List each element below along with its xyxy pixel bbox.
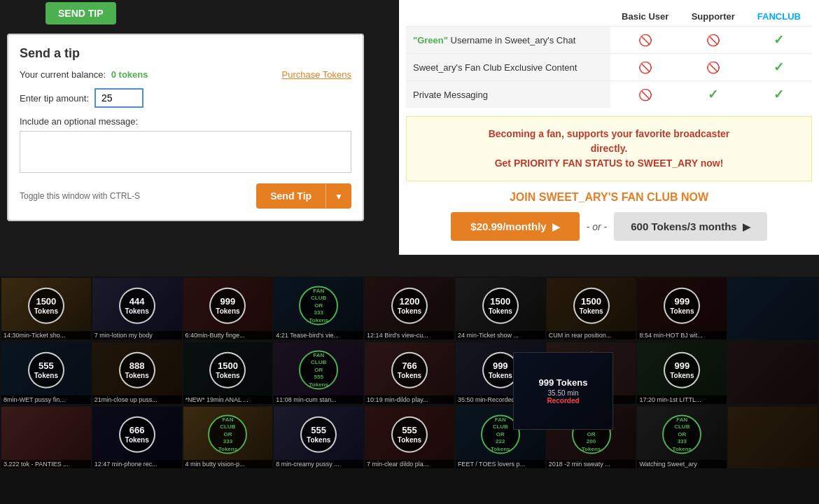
video-item[interactable]: 1500Tokens 14:30min-Ticket sho...: [1, 278, 91, 340]
video-caption: 2018 -2 min sweaty ...: [547, 460, 636, 468]
balance-label: Your current balance:: [20, 69, 106, 80]
purchase-tokens-link[interactable]: Purchase Tokens: [282, 69, 352, 80]
video-item[interactable]: 1500Tokens 24 min-Ticket show ...: [456, 278, 545, 340]
tokens-label: 600 Tokens/3 months: [631, 220, 736, 232]
supporter-check: 🚫: [680, 27, 746, 54]
tip-modal-title: Send a tip: [20, 46, 351, 61]
video-item[interactable]: 999Tokens 6:40min-Butty finge...: [183, 278, 273, 340]
supporter-check: ✓: [680, 81, 746, 108]
col-basic-user: Basic User: [610, 7, 680, 27]
video-item[interactable]: 666Tokens 12:47 min-phone rec...: [92, 407, 182, 468]
video-caption: 3.222 tok - PANTIES ...: [1, 460, 91, 468]
video-item[interactable]: 555Tokens 8min-WET pussy fin...: [1, 342, 91, 404]
video-caption: 12:14 Bird's view-cu...: [365, 331, 454, 340]
video-item[interactable]: 3.222 tok - PANTIES ...: [1, 407, 91, 468]
video-item[interactable]: 444Tokens 7 min-lotion my body: [92, 278, 182, 340]
video-caption: 4 min butty vision-p...: [183, 460, 273, 468]
supporter-check: 🚫: [680, 54, 746, 81]
message-label: Include an optional message:: [20, 116, 351, 127]
tip-modal: Send a tip Your current balance: 0 token…: [7, 34, 364, 221]
video-caption: 7 min-clear dildo pla...: [365, 460, 454, 468]
video-caption: 4:21 Tease-bird's vie...: [274, 331, 363, 340]
recorded-badge: Recorded: [547, 397, 579, 405]
video-caption: Watching Sweet_ary: [637, 460, 727, 468]
monthly-label: $20.99/monthly: [470, 220, 546, 232]
video-item[interactable]: 766Tokens 10:19 min-dildo play...: [365, 342, 454, 404]
video-caption: 17:20 min-1st LITTL...: [637, 396, 727, 404]
video-item[interactable]: FANCLUBOR555Tokens 11:08 min-cum stan...: [274, 342, 363, 404]
video-row-3: 3.222 tok - PANTIES ... 666Tokens 12:47 …: [0, 405, 819, 468]
promo-line3: Get PRIORITY FAN STATUS to SWEET_ARY now…: [495, 158, 724, 169]
table-row: "Green" Username in Sweet_ary's Chat 🚫 🚫…: [406, 27, 812, 54]
video-item[interactable]: FANCLUBOR333Tokens 4:21 Tease-bird's vie…: [274, 278, 363, 340]
duration: 35.50 min: [548, 389, 579, 397]
video-item[interactable]: 555Tokens 7 min-clear dildo pla...: [365, 407, 454, 468]
toggle-hint: Toggle this window with CTRL-S: [20, 191, 140, 201]
promo-line1: Becoming a fan, supports your favorite b…: [489, 128, 730, 139]
video-item[interactable]: FANCLUBOR333Tokens 4 min butty vision-p.…: [183, 407, 273, 468]
fanclub-check: ✓: [746, 54, 812, 81]
video-item[interactable]: 555Tokens 8 min-creamy pussy ...: [274, 407, 363, 468]
fanclub-comparison-table: Basic User Supporter FANCLUB "Green" Use…: [406, 7, 812, 108]
tokens-subscription-button[interactable]: 600 Tokens/3 months ▶: [614, 212, 766, 241]
dropdown-caret-icon: ▼: [335, 192, 343, 202]
video-item[interactable]: 1500Tokens *NEW* 19min ANAL ...: [183, 342, 273, 404]
tip-amount-input[interactable]: [94, 88, 144, 108]
video-caption: 11:08 min-cum stan...: [274, 396, 363, 404]
video-item[interactable]: FANCLUBOR333Tokens Watching Sweet_ary: [637, 407, 727, 468]
join-title: JOIN SWEET_ARY'S FAN CLUB NOW: [406, 191, 812, 204]
tip-message-textarea[interactable]: [20, 131, 351, 173]
or-separator: - or -: [587, 221, 608, 232]
table-row: Private Messaging 🚫 ✓ ✓: [406, 81, 812, 108]
monthly-arrow-icon: ▶: [552, 221, 560, 232]
video-item[interactable]: 888Tokens 21min-close up puss...: [92, 342, 182, 404]
video-caption: 14:30min-Ticket sho...: [1, 331, 91, 340]
promo-box: Becoming a fan, supports your favorite b…: [406, 116, 812, 181]
video-caption: 12:47 min-phone rec...: [92, 460, 182, 468]
video-item[interactable]: 1500Tokens CUM in rear position...: [547, 278, 636, 340]
basic-check: 🚫: [610, 81, 680, 108]
send-tip-main-button[interactable]: Send Tip: [256, 183, 326, 209]
promo-line2: directly.: [591, 143, 628, 154]
video-item[interactable]: 999Tokens 8:54 min-HOT BJ wit...: [637, 278, 727, 340]
basic-check: 🚫: [610, 54, 680, 81]
video-caption: 24 min-Ticket show ...: [456, 331, 545, 340]
monthly-subscription-button[interactable]: $20.99/monthly ▶: [451, 212, 579, 241]
col-supporter: Supporter: [680, 7, 746, 27]
video-caption: FEET / TOES lovers p...: [456, 460, 545, 468]
send-tip-dropdown-button[interactable]: ▼: [326, 183, 351, 209]
feature-label: Private Messaging: [406, 81, 610, 108]
right-panel: Basic User Supporter FANCLUB "Green" Use…: [399, 0, 819, 255]
recorded-video-overlay[interactable]: 999 Tokens 35.50 min Recorded: [513, 352, 613, 430]
table-row: Sweet_ary's Fan Club Exclusive Content 🚫…: [406, 54, 812, 81]
video-item-empty: [728, 278, 818, 340]
video-item-empty: [728, 342, 818, 404]
video-item[interactable]: 999Tokens 17:20 min-1st LITTL...: [637, 342, 727, 404]
video-grid-section: 1500Tokens 14:30min-Ticket sho... 444Tok…: [0, 276, 819, 504]
video-caption: 21min-close up puss...: [92, 396, 182, 404]
video-item-empty: [728, 407, 818, 468]
feature-label: "Green" Username in Sweet_ary's Chat: [406, 27, 610, 54]
amount-label: Enter tip amount:: [20, 93, 89, 104]
video-caption: 10:19 min-dildo play...: [365, 396, 454, 404]
basic-check: 🚫: [610, 27, 680, 54]
video-caption: *NEW* 19min ANAL ...: [183, 396, 273, 404]
video-row-1: 1500Tokens 14:30min-Ticket sho... 444Tok…: [0, 276, 819, 340]
video-caption: 7 min-lotion my body: [92, 331, 182, 340]
tokens-arrow-icon: ▶: [743, 221, 750, 232]
fanclub-check: ✓: [746, 27, 812, 54]
video-row-2: 555Tokens 8min-WET pussy fin... 888Token…: [0, 341, 819, 404]
video-caption: 6:40min-Butty finge...: [183, 331, 273, 340]
col-fanclub: FANCLUB: [746, 7, 812, 27]
feature-label: Sweet_ary's Fan Club Exclusive Content: [406, 54, 610, 81]
video-caption: CUM in rear position...: [547, 331, 636, 340]
video-caption: 8:54 min-HOT BJ wit...: [637, 331, 727, 340]
balance-value: 0 tokens: [111, 69, 148, 80]
video-caption: 8 min-creamy pussy ...: [274, 460, 363, 468]
video-item[interactable]: 1200Tokens 12:14 Bird's view-cu...: [365, 278, 454, 340]
tokens-count: 999 Tokens: [539, 377, 588, 388]
fanclub-check: ✓: [746, 81, 812, 108]
video-caption: 8min-WET pussy fin...: [1, 396, 91, 404]
send-tip-button[interactable]: SEND TIP: [46, 2, 116, 24]
join-buttons: $20.99/monthly ▶ - or - 600 Tokens/3 mon…: [406, 212, 812, 241]
